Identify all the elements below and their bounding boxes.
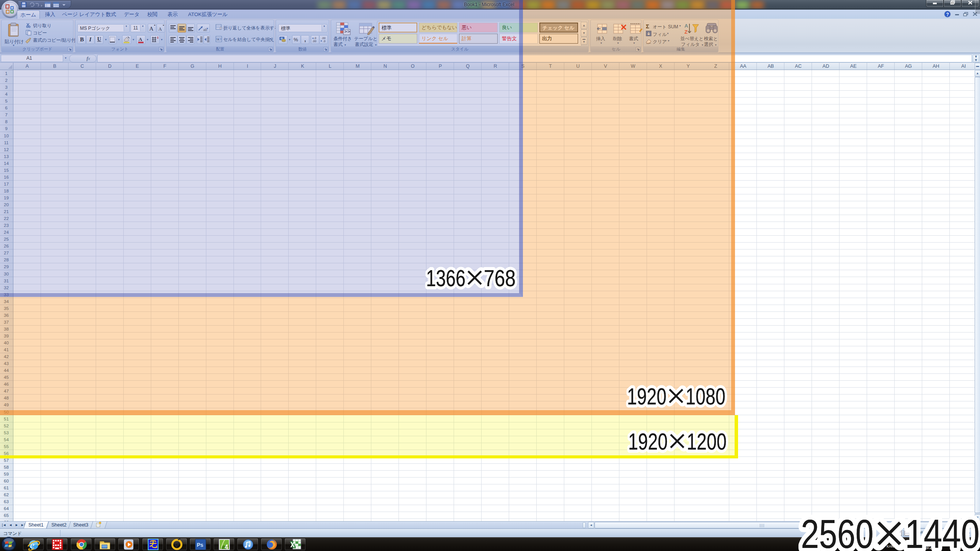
svg-text:A: A: [684, 23, 688, 29]
svg-text:.0: .0: [323, 39, 325, 43]
svg-text:A: A: [139, 36, 142, 42]
svg-text:Z: Z: [684, 29, 688, 35]
svg-text:?: ?: [946, 12, 949, 17]
svg-text:a: a: [217, 38, 219, 41]
svg-text:?: ?: [878, 541, 880, 547]
svg-text:A: A: [158, 26, 162, 32]
svg-text:4: 4: [225, 544, 228, 550]
svg-text:A: A: [149, 26, 154, 32]
svg-text:.00: .00: [312, 39, 316, 43]
svg-text:Ps: Ps: [197, 542, 203, 548]
